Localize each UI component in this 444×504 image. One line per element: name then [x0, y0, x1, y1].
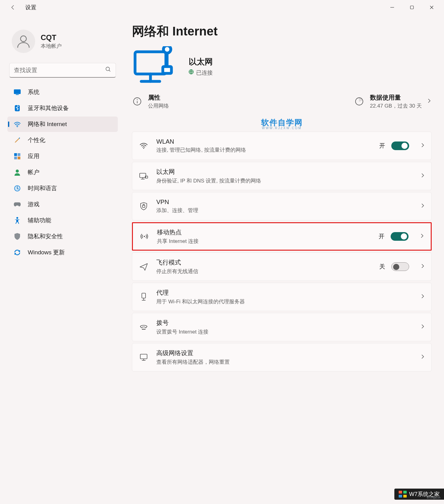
close-button[interactable]: [422, 1, 442, 14]
nav-personalization[interactable]: 个性化: [7, 133, 118, 148]
avatar: [12, 30, 35, 53]
chevron-right-icon: [420, 233, 425, 240]
row-ethernet[interactable]: 以太网 身份验证, IP 和 DNS 设置, 按流量计费的网络: [132, 162, 432, 190]
row-proxy[interactable]: 代理 用于 Wi-Fi 和以太网连接的代理服务器: [132, 283, 432, 311]
chevron-right-icon: [420, 263, 425, 270]
titlebar: 设置: [0, 0, 444, 15]
row-subtitle: 设置拨号 Internet 连接: [156, 328, 408, 335]
chevron-right-icon: [427, 98, 432, 105]
nav-apps[interactable]: 应用: [7, 149, 118, 164]
monitor-icon: [138, 353, 149, 361]
apps-icon: [14, 153, 21, 160]
row-title: WLAN: [156, 138, 372, 145]
nav-label: 系统: [28, 88, 39, 96]
back-button[interactable]: [9, 4, 17, 11]
svg-point-38: [142, 329, 143, 330]
row-title: 代理: [156, 289, 408, 297]
wifi-icon: [14, 121, 21, 128]
nav-accessibility[interactable]: 辅助功能: [7, 213, 118, 228]
nav-accounts[interactable]: 帐户: [7, 165, 118, 180]
nav-time-language[interactable]: 时间和语言: [7, 181, 118, 196]
toggle-label: 关: [379, 263, 385, 271]
chevron-right-icon: [420, 293, 425, 300]
bluetooth-icon: [14, 104, 21, 112]
globe-time-icon: [14, 185, 21, 192]
row-subtitle: 添加、连接、管理: [156, 207, 408, 214]
toggle-label: 开: [379, 142, 385, 150]
svg-rect-18: [135, 52, 166, 74]
svg-rect-29: [140, 173, 146, 178]
profile-name: CQT: [41, 33, 62, 42]
nav-label: 辅助功能: [28, 216, 51, 224]
svg-point-15: [16, 170, 19, 173]
wifi-icon: [138, 142, 149, 149]
svg-point-22: [163, 46, 171, 53]
nav-label: 蓝牙和其他设备: [28, 104, 69, 112]
wlan-toggle[interactable]: [391, 141, 409, 150]
row-subtitle: 用于 Wi-Fi 和以太网连接的代理服务器: [156, 298, 408, 305]
row-title: 以太网: [156, 168, 408, 176]
update-icon: [14, 249, 21, 256]
row-wlan[interactable]: WLAN 连接, 管理已知网络, 按流量计费的网络 开: [132, 132, 432, 160]
proxy-icon: [138, 293, 149, 301]
row-title: 飞行模式: [156, 258, 372, 267]
row-dial[interactable]: 拨号 设置拨号 Internet 连接: [132, 313, 432, 341]
chevron-right-icon: [420, 173, 425, 179]
properties-link[interactable]: 属性 公用网络: [132, 93, 169, 109]
row-subtitle: 停止所有无线通信: [156, 268, 372, 275]
profile-block[interactable]: CQT 本地帐户: [7, 28, 118, 61]
hotspot-icon: [139, 233, 150, 240]
row-subtitle: 查看所有网络适配器，网络重置: [156, 359, 408, 366]
minimize-button[interactable]: [382, 1, 402, 14]
nav-gaming[interactable]: 游戏: [7, 197, 118, 212]
svg-point-39: [143, 329, 144, 330]
svg-rect-41: [140, 354, 147, 359]
search-icon: [105, 66, 111, 74]
main-content: 网络和 Internet 以太网 已连接: [120, 21, 444, 371]
svg-rect-14: [18, 157, 20, 159]
svg-rect-33: [142, 205, 145, 207]
app-title: 设置: [25, 4, 36, 11]
row-hotspot[interactable]: 移动热点 共享 Internet 连接 开: [132, 222, 432, 251]
nav-network[interactable]: 网络和 Internet: [7, 117, 118, 132]
properties-subtitle: 公用网络: [148, 102, 169, 109]
row-subtitle: 连接, 管理已知网络, 按流量计费的网络: [156, 146, 261, 154]
svg-point-40: [145, 329, 145, 330]
nav-label: 隐私和安全性: [28, 232, 63, 240]
nav-label: Windows 更新: [28, 248, 65, 256]
svg-rect-35: [142, 293, 146, 298]
data-usage-subtitle: 22.47 GB，过去 30 天: [370, 102, 422, 109]
nav-system[interactable]: 系统: [7, 84, 118, 100]
watermark-sub: WWW.RJZXW.COM: [132, 126, 432, 130]
maximize-button[interactable]: [402, 1, 422, 14]
row-vpn[interactable]: VPN 添加、连接、管理: [132, 192, 432, 220]
info-icon: [132, 96, 142, 107]
row-airplane[interactable]: 飞行模式 停止所有无线通信 关: [132, 252, 432, 281]
footer-tiny: w7zhijia.cn: [427, 496, 440, 499]
gamepad-icon: [14, 201, 21, 208]
chevron-right-icon: [420, 203, 425, 210]
hotspot-toggle[interactable]: [391, 232, 409, 241]
svg-point-5: [106, 67, 110, 71]
nav-bluetooth[interactable]: 蓝牙和其他设备: [7, 100, 118, 116]
ethernet-status-icon: [132, 48, 178, 85]
airplane-icon: [138, 263, 149, 271]
chevron-right-icon: [420, 354, 425, 361]
accessibility-icon: [14, 217, 21, 224]
search-input[interactable]: 查找设置: [9, 63, 116, 78]
svg-rect-7: [14, 89, 21, 94]
nav-label: 网络和 Internet: [28, 120, 67, 128]
airplane-toggle[interactable]: [391, 262, 409, 271]
person-icon: [14, 169, 21, 176]
svg-point-28: [143, 148, 144, 149]
nav-privacy[interactable]: 隐私和安全性: [7, 229, 118, 244]
data-usage-icon: [354, 96, 364, 107]
footer-badge: W7系统之家 w7zhijia.cn: [394, 489, 444, 500]
globe-icon: [189, 69, 194, 76]
data-usage-link[interactable]: 数据使用量 22.47 GB，过去 30 天: [354, 93, 422, 109]
connection-name: 以太网: [189, 56, 213, 67]
nav-windows-update[interactable]: Windows 更新: [7, 245, 118, 260]
svg-rect-1: [410, 6, 413, 9]
svg-rect-12: [18, 153, 20, 156]
row-advanced[interactable]: 高级网络设置 查看所有网络适配器，网络重置: [132, 343, 432, 371]
